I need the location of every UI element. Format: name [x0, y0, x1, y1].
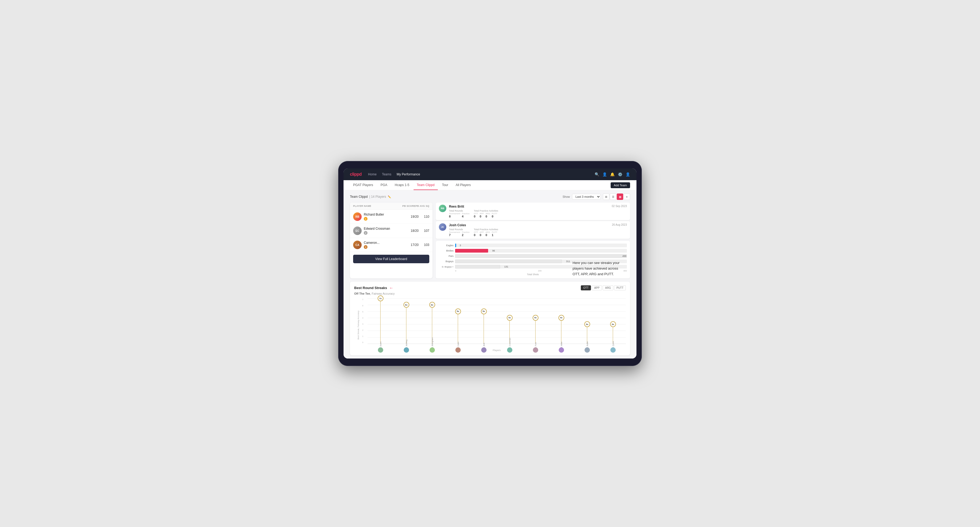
list-view-btn[interactable]: ☰ [610, 194, 616, 200]
lb-score-2: 18/20 [405, 229, 418, 233]
annotation-text: Here you can see streaks your players ha… [573, 260, 626, 277]
player-info-2: EC Edward Crossman 2 [353, 227, 405, 235]
tournament-val-1: 8 [449, 215, 460, 218]
y-tick-7: 7 [362, 298, 368, 301]
streak-bubble-0: 7x [378, 295, 383, 301]
card-stats-row-2: Total Rounds Tournament 7 [449, 228, 609, 237]
bar-value-bogeys: 311 [566, 260, 570, 263]
lb-row-2: EC Edward Crossman 2 18/20 107 [350, 224, 433, 238]
avatar-icon[interactable]: 👤 [625, 172, 630, 176]
player-card-2: JC Josh Coles Total Rounds To [436, 221, 630, 239]
x-label-0: 0 [455, 270, 456, 272]
card-info-1: Rees Britt Total Rounds Tournament 8 [449, 205, 609, 218]
grid-view-btn[interactable]: ⊞ [603, 194, 609, 200]
streak-chart: Best Streak, Fairway Accuracy 7 6 5 4 3 … [354, 298, 626, 352]
bar-birdies: Birdies 96 [439, 249, 627, 252]
sub-nav-tabs: PGAT Players PGA Hcaps 1-5 Team Clippd T… [350, 180, 474, 190]
bar-label-dbogeys: D. Bogeys + [439, 266, 453, 268]
leaderboard-header: PLAYER NAME PB SCORE PB AVG SQ [350, 203, 433, 210]
streak-x-label: Players [368, 349, 626, 352]
player-name-3: Cameron... [364, 241, 379, 244]
card-stats-row-1: Total Rounds Tournament 8 [449, 210, 609, 218]
card-info-2: Josh Coles Total Rounds Tournament 7 [449, 223, 609, 237]
lb-row-3: CA Cameron... 3 17/20 103 [350, 238, 433, 252]
streak-line-1 [406, 305, 407, 344]
nav-my-performance[interactable]: My Performance [396, 173, 420, 176]
tab-pgat-players[interactable]: PGAT Players [350, 180, 376, 190]
streak-bubble-8: 3x [584, 321, 590, 327]
filter-app[interactable]: APP [592, 285, 602, 290]
streak-bubble-5: 4x [507, 315, 513, 321]
streak-bubble-6: 4x [533, 315, 538, 321]
search-icon[interactable]: 🔍 [595, 172, 599, 176]
add-team-button[interactable]: Add Team [611, 182, 630, 188]
y-tick-6: 6 [362, 305, 368, 307]
streak-bubble-1: 6x [403, 302, 409, 308]
edit-icon[interactable]: ✏️ [388, 195, 391, 198]
practice-activities-label-1: Total Practice Activities [474, 210, 498, 212]
filter-arg[interactable]: ARG [603, 285, 613, 290]
lb-avg-1: 110 [418, 215, 429, 219]
card-name-2: Josh Coles [449, 223, 609, 227]
time-filter-select[interactable]: Last 3 months [572, 194, 601, 200]
practice-val-1: 4 [462, 215, 469, 218]
streak-players-container: 7xE. Ewert6xB. McHerg6xD. Billingham5xJ.… [368, 298, 626, 352]
card-avatar-1: RB [439, 205, 446, 212]
sub-nav: PGAT Players PGA Hcaps 1-5 Team Clippd T… [344, 180, 636, 190]
streak-player-name-5: E. Crossman [509, 338, 511, 348]
card-date-1: 02 Sep 2023 [612, 205, 627, 208]
bar-label-birdies: Birdies [439, 249, 453, 252]
nav-links: Home Teams My Performance [368, 173, 588, 176]
y-tick-4: 4 [362, 317, 368, 319]
col-pb-avg: PB AVG SQ [415, 205, 429, 207]
team-header: Team Clippd | 14 Players ✏️ Show Last 3 … [350, 194, 630, 200]
nav-teams[interactable]: Teams [382, 173, 391, 176]
streak-bubble-3: 5x [455, 308, 461, 314]
plot-area: 7xE. Ewert6xB. McHerg6xD. Billingham5xJ.… [368, 298, 626, 352]
filter-ott[interactable]: OTT [581, 285, 591, 290]
player-count: | 14 Players [369, 195, 386, 198]
col-pb-score: PB SCORE [402, 205, 415, 207]
streak-line-0 [380, 298, 381, 344]
user-icon[interactable]: 👤 [602, 172, 607, 176]
streak-line-6 [535, 318, 536, 344]
nav-actions: 🔍 👤 🔔 ⚙️ 👤 [595, 172, 630, 176]
bar-value-dbogeys: 131 [504, 265, 508, 268]
y-tick-2: 2 [362, 329, 368, 332]
bar-fill-pars [455, 254, 627, 258]
table-view-btn[interactable]: ≡ [624, 194, 630, 200]
view-full-leaderboard-button[interactable]: View Full Leaderboard [353, 255, 429, 263]
practice-label-1: Practice [462, 213, 469, 215]
col-player-name: PLAYER NAME [353, 205, 402, 207]
bar-fill-bogeys [455, 259, 562, 263]
tournament-label-1: Tournament [449, 213, 460, 215]
bell-icon[interactable]: 🔔 [610, 172, 615, 176]
bar-label-bogeys: Bogeys [439, 260, 453, 263]
nav-home[interactable]: Home [368, 173, 377, 176]
lb-score-1: 19/20 [405, 215, 418, 219]
lb-avg-2: 107 [418, 229, 429, 233]
tab-team-clippd[interactable]: Team Clippd [414, 180, 438, 190]
streak-line-7 [561, 318, 562, 344]
player-cards: RB Rees Britt Total Rounds To [436, 203, 630, 239]
tab-tour[interactable]: Tour [439, 180, 451, 190]
streak-line-3 [458, 311, 458, 344]
streaks-title-text: Best Round Streaks [354, 286, 387, 290]
player-name-1: Richard Butler [364, 213, 384, 216]
player-name-2: Edward Crossman [364, 227, 390, 230]
bar-label-pars: Pars [439, 255, 453, 257]
tab-all-players[interactable]: All Players [452, 180, 474, 190]
bar-track-eagles: 3 [455, 243, 627, 247]
detail-view-btn[interactable]: ▦ [617, 194, 623, 200]
team-name: Team Clippd [350, 195, 368, 198]
y-tick-5: 5 [362, 311, 368, 313]
tab-hcaps[interactable]: Hcaps 1-5 [391, 180, 412, 190]
nav-bar: clippd Home Teams My Performance 🔍 👤 🔔 ⚙… [344, 168, 636, 180]
y-tick-3: 3 [362, 323, 368, 325]
settings-icon[interactable]: ⚙️ [618, 172, 622, 176]
bar-fill-eagles [455, 243, 456, 247]
tab-pga[interactable]: PGA [377, 180, 390, 190]
filter-putt[interactable]: PUTT [614, 285, 626, 290]
streak-bubble-7: 4x [558, 315, 564, 321]
show-label: Show [562, 195, 570, 198]
